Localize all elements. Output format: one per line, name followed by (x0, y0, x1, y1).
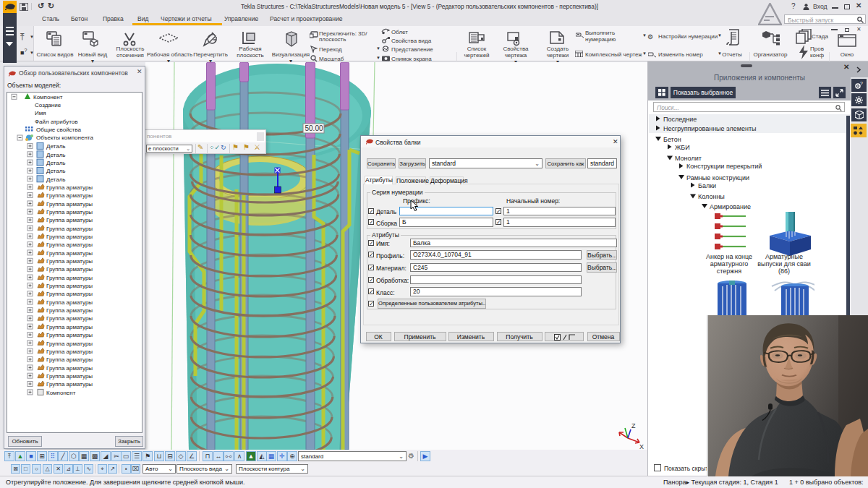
svg-text:Группа арматуры: Группа арматуры (46, 209, 93, 215)
svg-text:Балки: Балки (698, 182, 716, 189)
svg-text:Компонент: Компонент (33, 94, 63, 100)
svg-text:Рамные конструкции: Рамные конструкции (686, 174, 749, 181)
svg-text:Группа арматуры: Группа арматуры (46, 356, 93, 363)
svg-text:Группа арматуры: Группа арматуры (46, 373, 93, 380)
svg-text:Армирование: Армирование (710, 203, 751, 210)
svg-text:Создание: Создание (35, 102, 61, 108)
svg-text:Группа арматуры: Группа арматуры (46, 332, 93, 338)
svg-text:Деталь: Деталь (46, 160, 65, 166)
svg-text:Деталь: Деталь (46, 168, 65, 174)
svg-text:Последние: Последние (663, 116, 697, 123)
svg-text:Группа арматуры: Группа арматуры (46, 291, 93, 297)
svg-text:Несгруппированные элементы: Несгруппированные элементы (663, 125, 756, 132)
svg-text:Группа арматуры: Группа арматуры (46, 365, 93, 372)
svg-text:Группа арматуры: Группа арматуры (46, 241, 93, 248)
svg-text:Бетон: Бетон (663, 136, 681, 143)
svg-text:50.00: 50.00 (305, 124, 323, 132)
svg-text:Имя: Имя (35, 110, 46, 116)
svg-text:Группа арматуры: Группа арматуры (46, 348, 93, 355)
svg-text:Группа арматуры: Группа арматуры (46, 217, 93, 223)
svg-text:Группа арматуры: Группа арматуры (46, 275, 93, 281)
svg-text:Компонент: Компонент (46, 390, 76, 396)
svg-text:Группа арматуры: Группа арматуры (46, 341, 93, 347)
svg-text:Деталь: Деталь (46, 143, 65, 150)
svg-text:?: ? (860, 81, 863, 86)
svg-text:Деталь: Деталь (46, 176, 65, 183)
svg-text:Колонны: Колонны (698, 193, 725, 200)
svg-text:Конструкции перекрытий: Конструкции перекрытий (686, 163, 762, 170)
svg-text:Деталь: Деталь (46, 152, 65, 158)
svg-text:Группа арматуры: Группа арматуры (46, 283, 93, 289)
svg-text:Монолит: Монолит (675, 155, 702, 162)
svg-text:Объекты компонента: Объекты компонента (36, 134, 93, 141)
svg-text:Группа арматуры: Группа арматуры (46, 226, 93, 232)
svg-text:Группа арматуры: Группа арматуры (46, 201, 93, 207)
svg-text:Группа арматуры: Группа арматуры (46, 307, 93, 314)
svg-text:X: X (639, 443, 644, 450)
svg-text:Общие свойства: Общие свойства (36, 127, 81, 133)
svg-text:Группа арматуры: Группа арматуры (46, 266, 93, 273)
svg-text:ЖБИ: ЖБИ (675, 144, 690, 151)
svg-text:Группа арматуры: Группа арматуры (46, 299, 93, 306)
svg-text:Файл атрибутов: Файл атрибутов (35, 119, 77, 125)
svg-text:Группа арматуры: Группа арматуры (46, 184, 93, 191)
svg-text:Группа арматуры: Группа арматуры (46, 250, 93, 257)
svg-text:Z: Z (631, 422, 636, 429)
svg-text:Группа арматуры: Группа арматуры (46, 315, 93, 322)
svg-text:Группа арматуры: Группа арматуры (46, 258, 93, 265)
svg-text:Группа арматуры: Группа арматуры (46, 381, 93, 388)
svg-text:Группа арматуры: Группа арматуры (46, 234, 93, 240)
svg-text:Группа арматуры: Группа арматуры (46, 192, 93, 199)
svg-text:Группа арматуры: Группа арматуры (46, 324, 93, 330)
